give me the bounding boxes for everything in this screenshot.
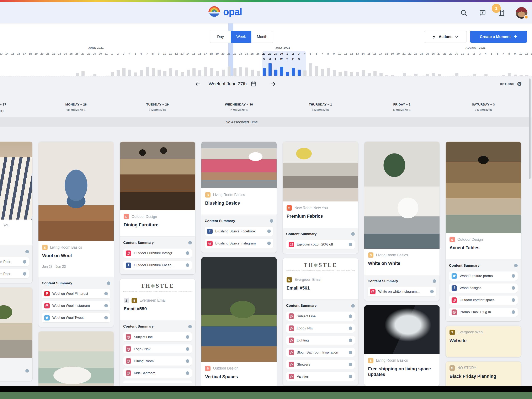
status-dot[interactable] [186, 371, 189, 375]
content-item[interactable]: Outdoor Furniture Instagr... [123, 249, 192, 258]
timeline-day[interactable]: 13 [354, 52, 360, 55]
search-icon[interactable] [460, 9, 468, 17]
timeline-day[interactable]: 5 [308, 52, 313, 55]
timeline-day[interactable]: 6 [313, 52, 319, 55]
timeline-day[interactable]: 9 [331, 52, 337, 55]
timeline-day[interactable]: 14 [4, 52, 10, 55]
timeline-day[interactable]: 25 [249, 52, 255, 55]
status-dot[interactable] [186, 347, 189, 351]
moment-card[interactable]: S Outdoor DesignVertical Spaces [201, 257, 277, 388]
timeline-day[interactable]: 27 [436, 52, 442, 55]
status-dot[interactable] [188, 325, 192, 328]
timeline-day[interactable]: 17 [203, 52, 209, 55]
content-item[interactable]: Wool on Wool Instagram [42, 301, 110, 310]
timeline-day[interactable]: 4 [127, 52, 132, 55]
content-item[interactable]: Wood furniture promo [449, 271, 518, 281]
timeline-day[interactable]: 5 [488, 52, 494, 55]
timeline-day[interactable]: 4 [483, 52, 488, 55]
timeline-day[interactable]: 3 [296, 52, 302, 55]
status-dot[interactable] [512, 274, 515, 278]
timeline-day[interactable]: 5 [132, 52, 138, 55]
moment-card[interactable]: S Living Room BasicsBlushing Basics Cont… [201, 142, 277, 253]
status-dot[interactable] [430, 290, 434, 293]
timeline-day[interactable]: 7 [144, 52, 150, 55]
timeline-day[interactable]: 3 [121, 52, 127, 55]
timeline-day[interactable]: 6 [494, 52, 500, 55]
content-item[interactable]: @ Logo / Nav [123, 344, 192, 354]
timeline-day[interactable]: 24 [243, 52, 249, 55]
content-item[interactable]: Wool on Wool Tweet [42, 313, 110, 322]
timeline-day[interactable]: 9 [156, 52, 162, 55]
vertical-scrollbar[interactable] [529, 79, 531, 179]
timeline-day[interactable]: 24 [62, 52, 68, 55]
timeline-day[interactable]: 9 [512, 52, 518, 55]
timeline-day[interactable]: 20 [395, 52, 401, 55]
timeline-day[interactable]: 29 [92, 52, 97, 55]
timeline-day[interactable]: 10 [518, 52, 524, 55]
timeline-day[interactable]: 22 [407, 52, 413, 55]
view-tab-month[interactable]: Month [251, 31, 273, 43]
timeline-day[interactable]: 29 [273, 52, 279, 55]
content-item[interactable]: @ Blog : Bathroom Inspiration [286, 348, 355, 357]
timeline-day[interactable]: 13 [0, 52, 4, 55]
content-item[interactable]: @ Subject Line [286, 312, 355, 321]
status-dot[interactable] [267, 242, 271, 245]
timeline-day[interactable]: 1 [284, 52, 290, 55]
timeline-day[interactable]: 2 [115, 52, 121, 55]
content-item[interactable]: @ Subject Line [123, 332, 192, 342]
status-dot[interactable] [349, 326, 352, 330]
status-dot[interactable] [349, 243, 352, 246]
timeline-day[interactable]: 19 [214, 52, 220, 55]
timeline-day[interactable]: 11 [343, 52, 348, 55]
timeline-day[interactable]: 21 [401, 52, 407, 55]
timeline-day[interactable]: 12 [530, 52, 532, 55]
timeline-day[interactable]: 15 [366, 52, 372, 55]
content-item[interactable]: f Wood designs [449, 284, 518, 293]
timeline-day[interactable]: 27 [261, 52, 267, 55]
status-dot[interactable] [349, 351, 352, 354]
timeline-day[interactable]: 16 [196, 52, 203, 55]
content-item[interactable]: @ Promo Email Plug In [449, 308, 518, 317]
timeline-day[interactable]: 10 [162, 52, 167, 55]
timeline-day[interactable]: 1 [109, 52, 115, 55]
timeline-day[interactable]: 17 [378, 52, 384, 55]
timeline-day[interactable]: 26 [74, 52, 80, 55]
status-dot[interactable] [186, 251, 189, 255]
status-dot[interactable] [349, 375, 352, 378]
status-dot[interactable] [514, 264, 518, 267]
status-dot[interactable] [512, 286, 515, 290]
content-item[interactable]: f Blushing Basics Facebook [205, 227, 273, 236]
timeline-day[interactable]: 19 [389, 52, 395, 55]
timeline-day[interactable]: 25 [424, 52, 430, 55]
moment-card[interactable]: S Outdoor DesignDining Furniture Content… [120, 142, 195, 274]
status-dot[interactable] [104, 304, 108, 307]
timeline-day[interactable]: 25 [68, 52, 74, 55]
timeline-day[interactable]: 26 [255, 52, 261, 55]
status-dot[interactable] [23, 260, 26, 264]
content-item[interactable]: P Wool on Wool Pinterest [42, 289, 110, 298]
timeline-day[interactable]: 28 [442, 52, 448, 55]
timeline-day[interactable]: 19 [33, 52, 39, 55]
timeline-day[interactable]: 26 [430, 52, 436, 55]
timeline-day[interactable]: 3 [477, 52, 483, 55]
calendar-icon[interactable] [250, 81, 257, 87]
content-item[interactable]: @ Lighting [286, 336, 355, 345]
timeline-day[interactable]: 6 [138, 52, 144, 55]
status-dot[interactable] [512, 298, 515, 302]
timeline-day[interactable]: 23 [413, 52, 418, 55]
timeline-day[interactable]: 12 [348, 52, 354, 55]
timeline-day[interactable]: 17 [21, 52, 27, 55]
notification-badge[interactable]: 1 [492, 4, 501, 13]
moment-card[interactable]: S Evergreen WebWebsite [446, 326, 521, 357]
moment-card[interactable]: S Living Room BasicsWool on WoolJun 28 -… [38, 142, 114, 327]
help-icon[interactable]: ? [478, 9, 487, 17]
week-title[interactable]: Week of June 27th [209, 81, 257, 87]
status-dot[interactable] [25, 369, 29, 373]
content-item[interactable]: White on white instagram... [368, 287, 436, 296]
moment-card[interactable]: You ok Post m Post [0, 142, 32, 283]
status-dot[interactable] [186, 335, 189, 339]
timeline-day[interactable]: 20 [39, 52, 45, 55]
moment-card[interactable]: S New Room New YouPremium Fabrics Conten… [283, 142, 358, 254]
status-dot[interactable] [188, 241, 192, 244]
timeline-day[interactable]: 18 [209, 52, 214, 55]
